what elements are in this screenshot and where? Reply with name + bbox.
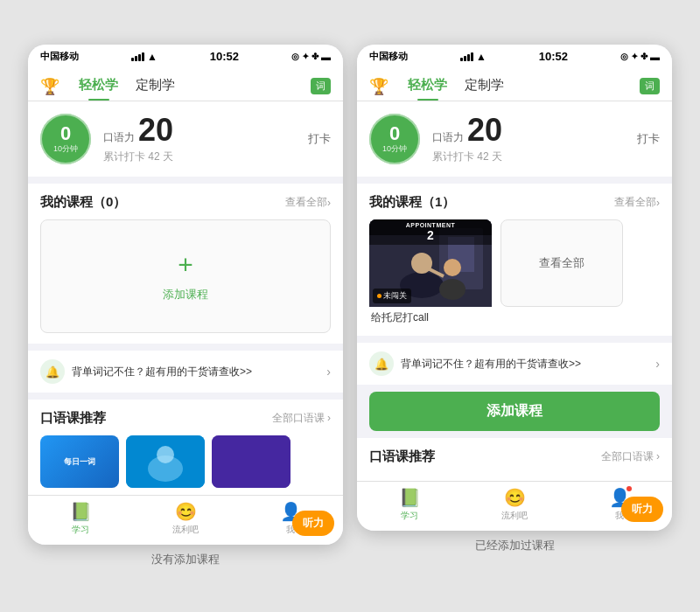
right-header-info: 口语力 20 累计打卡 42 天 bbox=[432, 115, 625, 164]
wifi-icon: ▲ bbox=[147, 51, 158, 63]
left-nav-study[interactable]: 📗 学习 bbox=[28, 501, 133, 536]
right-courses-link-text: 查看全部 bbox=[614, 195, 656, 210]
right-status-icons: ◎ ✦ ✤ ▬ bbox=[620, 52, 660, 62]
left-banner[interactable]: 🔔 背单词记不住？超有用的干货请查收>> › bbox=[28, 351, 343, 393]
left-caption: 没有添加课程 bbox=[151, 552, 220, 567]
left-rec-card-3[interactable] bbox=[212, 435, 290, 488]
left-circle-timer: 0 10分钟 bbox=[40, 114, 91, 164]
left-status-bar: 中国移动 ▲ 10:52 ◎ ✦ ✤ ▬ bbox=[28, 45, 343, 66]
left-phone: 中国移动 ▲ 10:52 ◎ ✦ ✤ ▬ bbox=[28, 45, 343, 545]
left-tab-custom[interactable]: 定制学 bbox=[127, 72, 184, 101]
right-bell-icon: 🔔 bbox=[369, 351, 394, 376]
left-nav-study-icon: 📗 bbox=[70, 501, 92, 522]
left-score-label: 口语力 bbox=[103, 130, 135, 145]
right-banner-arrow: › bbox=[655, 357, 660, 371]
left-signal bbox=[131, 52, 144, 61]
left-empty-course[interactable]: + 添加课程 bbox=[40, 219, 331, 333]
right-daka-btn[interactable]: 打卡 bbox=[637, 131, 660, 147]
right-course-cards: Appointment 2 未闯关 给托尼打call 查看全 bbox=[369, 219, 660, 325]
right-courses-link[interactable]: 查看全部 › bbox=[614, 195, 660, 210]
left-rec-img-3 bbox=[212, 435, 290, 488]
right-course-title: 给托尼打call bbox=[369, 310, 492, 325]
left-score-row: 口语力 20 bbox=[103, 115, 296, 146]
left-courses-link[interactable]: 查看全部 › bbox=[285, 195, 331, 210]
right-nav-study[interactable]: 📗 学习 bbox=[357, 487, 462, 522]
right-nav-fluent-label: 流利吧 bbox=[501, 510, 528, 522]
right-nav-fluent-icon: 😊 bbox=[504, 487, 526, 508]
right-course-thumb: Appointment 2 未闯关 bbox=[369, 219, 492, 307]
right-nav-study-label: 学习 bbox=[401, 510, 418, 522]
right-nav-study-icon: 📗 bbox=[399, 487, 421, 508]
left-banner-text: 背单词记不住？超有用的干货请查收>> bbox=[72, 365, 319, 379]
left-header-card: 0 10分钟 口语力 20 累计打卡 42 天 打卡 bbox=[28, 101, 343, 177]
right-dict-btn[interactable]: 词 bbox=[640, 78, 660, 94]
left-bell-icon: 🔔 bbox=[40, 359, 65, 384]
signal-bar-3 bbox=[138, 54, 141, 61]
main-container: 中国移动 ▲ 10:52 ◎ ✦ ✤ ▬ bbox=[14, 31, 686, 581]
gps-icon: ✦ bbox=[302, 52, 309, 61]
right-tab-custom[interactable]: 定制学 bbox=[456, 72, 513, 101]
right-carrier: 中国移动 bbox=[369, 50, 408, 63]
right-courses-header: 我的课程（1） 查看全部 › bbox=[369, 194, 660, 211]
left-rec-card-1[interactable]: 每日一词 bbox=[40, 435, 119, 488]
right-add-course-btn[interactable]: 添加课程 bbox=[369, 392, 660, 431]
right-unlocked-badge: 未闯关 bbox=[373, 289, 411, 303]
left-phone-wrapper: 中国移动 ▲ 10:52 ◎ ✦ ✤ ▬ bbox=[28, 45, 343, 567]
left-tab-easy[interactable]: 轻松学 bbox=[70, 72, 127, 101]
right-nav-dot bbox=[626, 486, 632, 491]
left-recommend-link[interactable]: 全部口语课 › bbox=[272, 411, 331, 426]
right-nav-fluent[interactable]: 😊 流利吧 bbox=[462, 487, 567, 522]
left-daka-btn[interactable]: 打卡 bbox=[308, 131, 331, 147]
right-see-all-card[interactable]: 查看全部 bbox=[500, 219, 623, 307]
left-time: 10:52 bbox=[210, 50, 239, 63]
left-courses-chevron: › bbox=[327, 197, 331, 209]
left-nav-fluent-icon: 😊 bbox=[175, 501, 197, 522]
left-recommend-section: 口语课推荐 全部口语课 › 每日一词 bbox=[28, 400, 343, 495]
left-courses-link-text: 查看全部 bbox=[285, 195, 327, 210]
left-status-icons: ◎ ✦ ✤ ▬ bbox=[291, 52, 331, 62]
right-course-card-main[interactable]: Appointment 2 未闯关 给托尼打call bbox=[369, 219, 492, 325]
right-recommend-title: 口语课推荐 bbox=[369, 449, 435, 465]
r-sig-1 bbox=[460, 58, 463, 61]
left-nav-fluent-label: 流利吧 bbox=[172, 524, 199, 536]
left-banner-arrow: › bbox=[326, 365, 331, 379]
left-add-label: 添加课程 bbox=[163, 287, 208, 303]
right-hearing-btn[interactable]: 听力 bbox=[621, 497, 663, 522]
left-score-value: 20 bbox=[138, 115, 173, 146]
right-bt-icon: ✤ bbox=[640, 52, 648, 61]
left-carrier: 中国移动 bbox=[40, 50, 79, 63]
right-courses-section: 我的课程（1） 查看全部 › bbox=[357, 184, 672, 336]
right-wifi-icon: ▲ bbox=[476, 51, 486, 63]
left-recommend-link-text: 全部口语课 bbox=[272, 412, 325, 424]
left-courses-header: 我的课程（0） 查看全部 › bbox=[40, 194, 331, 211]
right-header-card: 0 10分钟 口语力 20 累计打卡 42 天 打卡 bbox=[357, 101, 672, 177]
left-recommend-cards: 每日一词 bbox=[40, 435, 331, 488]
svg-rect-3 bbox=[212, 435, 290, 488]
right-status-bar: 中国移动 ▲ 10:52 ◎ ✦ ✤ ▬ bbox=[357, 45, 672, 66]
left-wifi: ▲ bbox=[131, 51, 158, 63]
right-signal bbox=[460, 52, 473, 61]
right-recommend-header: 口语课推荐 全部口语课 › bbox=[369, 449, 660, 465]
left-nav-tabs: 🏆 轻松学 定制学 词 bbox=[28, 66, 343, 101]
left-rec-card-2[interactable] bbox=[126, 435, 205, 488]
right-score-row: 口语力 20 bbox=[432, 115, 625, 146]
left-header-info: 口语力 20 累计打卡 42 天 bbox=[103, 115, 296, 164]
right-courses-title: 我的课程（1） bbox=[369, 194, 455, 211]
left-recommend-chevron: › bbox=[327, 412, 331, 424]
left-hearing-btn[interactable]: 听力 bbox=[292, 511, 334, 536]
left-nav-fluent[interactable]: 😊 流利吧 bbox=[133, 501, 238, 536]
bt-icon: ✤ bbox=[312, 52, 318, 61]
right-nav-tabs: 🏆 轻松学 定制学 词 bbox=[357, 66, 672, 101]
left-recommend-header: 口语课推荐 全部口语课 › bbox=[40, 410, 331, 427]
right-score-label: 口语力 bbox=[432, 130, 464, 145]
left-add-icon: + bbox=[178, 250, 193, 280]
right-appointment-num: 2 bbox=[372, 228, 489, 242]
right-tab-easy[interactable]: 轻松学 bbox=[399, 72, 456, 101]
right-recommend-link[interactable]: 全部口语课 › bbox=[601, 449, 660, 464]
right-banner[interactable]: 🔔 背单词记不住？超有用的干货请查收>> › bbox=[357, 343, 672, 385]
right-phone: 中国移动 ▲ 10:52 ◎ ✦ ✤ ▬ bbox=[357, 45, 672, 531]
signal-bar-1 bbox=[131, 58, 134, 61]
left-dict-btn[interactable]: 词 bbox=[311, 78, 331, 94]
left-recommend-title: 口语课推荐 bbox=[40, 410, 106, 427]
left-timer-label: 10分钟 bbox=[53, 143, 78, 155]
